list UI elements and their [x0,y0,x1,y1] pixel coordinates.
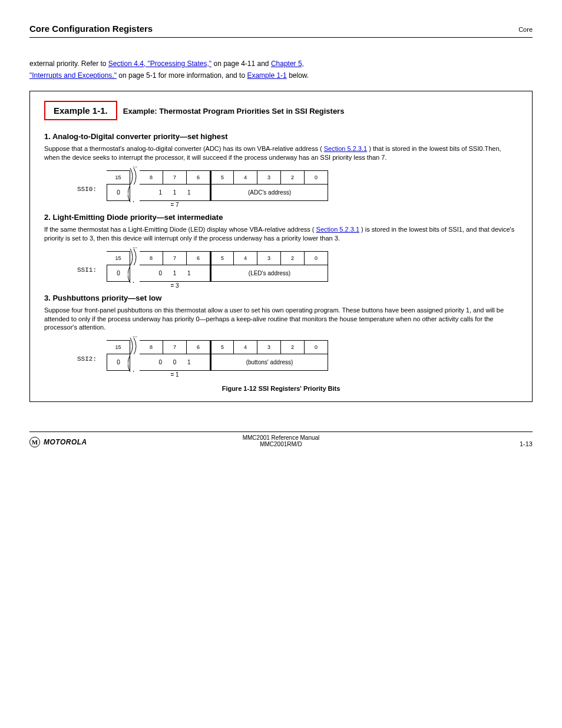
bit-label: 15 [107,340,130,354]
xref-link[interactable]: Section 5.2.3.1 [316,226,359,233]
bit-label: 2 [281,340,305,354]
reg-eq: = 3 [170,282,178,289]
page-footer: M MOTOROLA MMC2001 Reference Manual MMC2… [29,431,533,447]
register-diagram: SSI1: ... 15 8 7 6 5 4 3 2 0 0 0 1 1 = 3… [107,251,330,282]
section-text: If the same thermostat has a Light-Emitt… [44,225,518,243]
bit-gap [130,170,140,185]
reg-value: 0 [107,265,130,282]
bit-label: 2 [281,251,305,265]
section-head: 1. Analog-to-Digital converter priority—… [44,132,518,141]
bit-label: 8 [140,251,163,265]
section-head: 2. Light-Emitting Diode priority—set int… [44,213,518,222]
bit-label: 3 [257,251,281,265]
example-label: Example 1-1. [44,101,117,120]
reg-bits: 1 1 1 [154,189,195,196]
bit-label: 15 [107,170,130,185]
bit-label: 0 [305,170,328,185]
bit-gap [130,265,140,282]
bit-label: 5 [210,251,234,265]
bit-label: 4 [234,340,257,354]
reg-value: 0 1 1 = 3 [140,265,210,282]
bit-label: 2 [281,170,305,185]
intro-text: external priority. Refer to [29,60,108,68]
section-head: 3. Pushbuttons priority—set low [44,294,518,302]
bit-gap [130,251,140,265]
register-diagram: SSI2: ... 15 8 7 6 5 4 3 2 0 0 0 0 1 = 1… [107,340,330,371]
reg-eq: = 1 [170,371,178,378]
reg-eq: = 7 [170,202,178,208]
bit-label: 5 [210,170,234,185]
header-sub: Core [518,26,533,33]
reg-bits: 0 0 1 [154,359,195,365]
manual-ref: MMC2001RM/D [29,441,533,447]
reg-value: (ADC's address) [210,185,328,201]
bit-gap [130,354,140,371]
register-diagram: SSI0: ... 15 8 7 6 5 4 3 2 0 0 1 1 1 = 7… [107,170,330,201]
reg-value: 0 [107,185,130,201]
bit-label: 3 [257,340,281,354]
bit-gap [130,185,140,201]
bit-label: 4 [234,251,257,265]
bit-label: 7 [163,251,187,265]
xref-link[interactable]: Example 1-1 [247,71,286,80]
bit-label: 15 [107,251,130,265]
bit-label: 6 [187,340,210,354]
reg-value: 0 [107,354,130,371]
intro-text: on page 4-11 and [213,60,270,68]
reg-label: SSI0: [77,186,97,193]
reg-bits: 0 1 1 [154,270,195,276]
reg-value: 1 1 1 = 7 [140,185,210,201]
bit-label: 5 [210,340,234,354]
bit-label: 7 [163,170,187,185]
header-title: Core Configuration Registers [29,24,153,34]
bit-label: 4 [234,170,257,185]
bit-label: 0 [305,340,328,354]
bit-label: 7 [163,340,187,354]
reg-value: (LED's address) [210,265,328,282]
xref-link[interactable]: Section 4.4, "Processing States," [108,60,211,68]
section-text: Suppose that a thermostat's analog-to-di… [44,144,518,162]
intro-paragraph: external priority. Refer to Section 4.4,… [29,59,533,80]
figure-caption: Figure 1-12 SSI Registers' Priority Bits [44,385,518,392]
xref-link[interactable]: "Interrupts and Exceptions," [29,71,117,80]
reg-label: SSI1: [77,266,97,274]
reg-value: 0 0 1 = 1 [140,354,210,371]
section-text-part: If the same thermostat has a Light-Emitt… [44,226,315,233]
reg-label: SSI2: [77,355,97,363]
bit-label: 6 [187,170,210,185]
example-box: Example 1-1. Example: Thermostat Program… [29,91,533,402]
bit-label: 3 [257,170,281,185]
intro-text: below. [289,71,309,80]
example-title: Example: Thermostat Program Priorities S… [123,107,345,116]
xref-link[interactable]: Section 5.2.3.1 [324,145,367,152]
bit-label: 0 [305,251,328,265]
bit-label: 8 [140,170,163,185]
doc-title: MMC2001 Reference Manual [29,434,533,441]
intro-text: on page 5-1 for more information, and to [118,71,247,80]
footer-center: MMC2001 Reference Manual MMC2001RM/D [29,434,533,447]
bit-label: 6 [187,251,210,265]
xref-link[interactable]: Chapter 5, [271,60,304,68]
section-text: Suppose four front-panel pushbuttons on … [44,306,518,332]
reg-value: (buttons' address) [210,354,328,371]
bit-label: 8 [140,340,163,354]
section-text-part: Suppose that a thermostat's analog-to-di… [44,145,322,152]
bit-gap [130,340,140,354]
page-header: Core Configuration Registers Core [29,24,533,38]
